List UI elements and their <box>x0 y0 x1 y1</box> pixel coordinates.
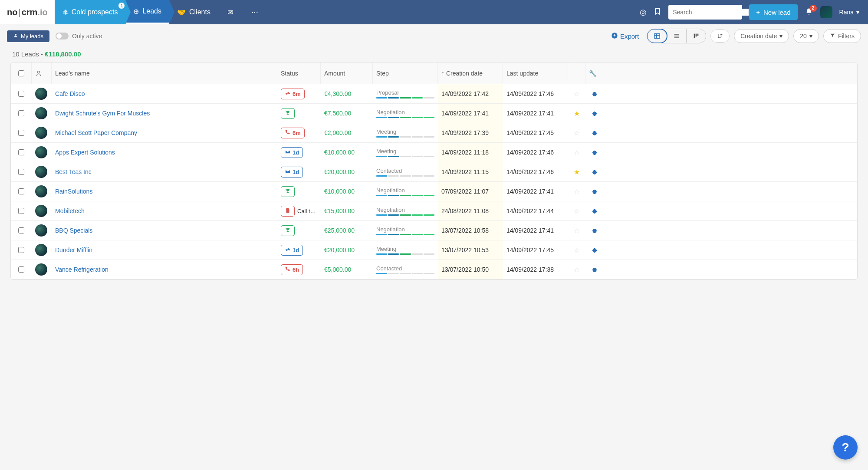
row-checkbox[interactable] <box>18 188 24 194</box>
table-row[interactable]: Cafe Disco 6m €4,300.00 Proposal 14/09/2… <box>11 84 857 104</box>
amount-column-header[interactable]: Amount <box>321 62 373 84</box>
lead-name-link[interactable]: Dunder Mifflin <box>52 247 277 253</box>
table-row[interactable]: Michael Scott Paper Company 6m €2,000.00… <box>11 123 857 143</box>
table-row[interactable]: BBQ Specials €25,000.00 Negotiation 13/0… <box>11 221 857 240</box>
row-select[interactable] <box>11 169 32 175</box>
row-checkbox[interactable] <box>18 130 24 136</box>
row-checkbox[interactable] <box>18 266 24 273</box>
lead-avatar[interactable] <box>35 224 47 237</box>
row-checkbox[interactable] <box>18 227 24 233</box>
lead-avatar[interactable] <box>35 166 47 178</box>
status-cell[interactable]: 6m <box>277 89 321 99</box>
lead-avatar[interactable] <box>35 263 47 276</box>
status-cell[interactable]: 6h <box>277 264 321 275</box>
row-settings-button[interactable] <box>585 227 603 234</box>
table-row[interactable]: Mobiletech Call to ... €15,000.00 Negoti… <box>11 201 857 221</box>
row-settings-button[interactable] <box>585 149 603 156</box>
star-button[interactable]: ☆ <box>568 187 585 196</box>
bookmark-icon[interactable] <box>654 7 661 17</box>
my-leads-button[interactable]: My leads <box>7 30 49 42</box>
table-row[interactable]: Apps Expert Solutions 1d €10,000.00 Meet… <box>11 143 857 162</box>
logo[interactable]: no|crm.io <box>0 0 55 24</box>
row-select[interactable] <box>11 149 32 155</box>
lead-name-link[interactable]: Dwight Schrute's Gym For Muscles <box>52 110 277 117</box>
select-all-checkbox[interactable] <box>18 70 24 76</box>
table-row[interactable]: Vance Refrigeration 6h €5,000.00 Contact… <box>11 260 857 279</box>
more-icon[interactable]: ⋯ <box>243 0 267 24</box>
table-row[interactable]: Dwight Schrute's Gym For Muscles €7,500.… <box>11 104 857 123</box>
row-settings-button[interactable] <box>585 110 603 117</box>
lead-name-link[interactable]: Best Teas Inc <box>52 168 277 175</box>
row-select[interactable] <box>11 266 32 273</box>
lead-name-link[interactable]: Michael Scott Paper Company <box>52 129 277 136</box>
lead-avatar[interactable] <box>35 127 47 139</box>
table-row[interactable]: Dunder Mifflin 1d €20,000.00 Meeting 13/… <box>11 240 857 260</box>
lead-name-link[interactable]: BBQ Specials <box>52 227 277 234</box>
row-settings-button[interactable] <box>585 168 603 175</box>
star-button[interactable]: ☆ <box>568 246 585 254</box>
row-select[interactable] <box>11 227 32 233</box>
lead-name-link[interactable]: RainSolutions <box>52 188 277 195</box>
row-select[interactable] <box>11 247 32 253</box>
view-kanban-button[interactable] <box>687 29 706 43</box>
status-cell[interactable]: 1d <box>277 167 321 177</box>
table-row[interactable]: RainSolutions €10,000.00 Negotiation 07/… <box>11 182 857 201</box>
star-button[interactable]: ★ <box>568 168 585 176</box>
row-select[interactable] <box>11 208 32 214</box>
export-button[interactable]: Export <box>611 32 639 40</box>
user-menu[interactable]: Rana ▾ <box>839 9 859 16</box>
star-button[interactable]: ★ <box>568 109 585 118</box>
sort-direction-button[interactable] <box>710 30 730 43</box>
status-cell[interactable]: Call to ... <box>277 206 321 217</box>
toggle-switch[interactable] <box>56 33 69 39</box>
star-button[interactable]: ☆ <box>568 90 585 98</box>
star-button[interactable]: ☆ <box>568 207 585 215</box>
status-cell[interactable] <box>277 225 321 236</box>
tab-leads[interactable]: ⊕ Leads <box>125 0 169 24</box>
only-active-toggle[interactable]: Only active <box>56 33 102 39</box>
star-button[interactable]: ☆ <box>568 227 585 235</box>
row-settings-button[interactable] <box>585 207 603 214</box>
status-cell[interactable] <box>277 186 321 197</box>
row-checkbox[interactable] <box>18 110 24 116</box>
row-checkbox[interactable] <box>18 247 24 253</box>
row-checkbox[interactable] <box>18 149 24 155</box>
row-checkbox[interactable] <box>18 91 24 97</box>
tab-cold-prospects[interactable]: ❄ Cold prospects 1 <box>55 0 126 24</box>
user-avatar[interactable] <box>820 6 832 18</box>
view-table-button[interactable] <box>647 29 667 43</box>
status-cell[interactable]: 1d <box>277 147 321 158</box>
search-box[interactable] <box>668 5 742 20</box>
star-button[interactable]: ☆ <box>568 148 585 157</box>
row-settings-button[interactable] <box>585 129 603 136</box>
row-settings-button[interactable] <box>585 247 603 253</box>
tab-clients[interactable]: 🤝 Clients <box>169 0 218 24</box>
lead-avatar[interactable] <box>35 185 47 197</box>
view-list-button[interactable] <box>667 29 687 43</box>
row-settings-button[interactable] <box>585 90 603 97</box>
status-cell[interactable] <box>277 108 321 119</box>
lead-avatar[interactable] <box>35 107 47 119</box>
select-all-header[interactable] <box>11 62 32 84</box>
row-select[interactable] <box>11 91 32 97</box>
creation-column-header[interactable]: ↑Creation date <box>438 62 503 84</box>
page-size-dropdown[interactable]: 20 ▾ <box>793 29 819 43</box>
step-column-header[interactable]: Step <box>373 62 438 84</box>
lead-avatar[interactable] <box>35 146 47 158</box>
sort-field-dropdown[interactable]: Creation date ▾ <box>734 29 789 43</box>
filters-button[interactable]: Filters <box>823 29 861 43</box>
notifications-icon[interactable]: 2 <box>805 7 813 17</box>
mail-icon[interactable]: ✉ <box>218 0 243 24</box>
status-cell[interactable]: 6m <box>277 128 321 138</box>
lead-name-link[interactable]: Mobiletech <box>52 207 277 214</box>
table-row[interactable]: Best Teas Inc 1d €20,000.00 Contacted 14… <box>11 162 857 182</box>
lead-avatar[interactable] <box>35 88 47 100</box>
row-settings-button[interactable] <box>585 188 603 195</box>
lead-name-link[interactable]: Vance Refrigeration <box>52 266 277 273</box>
row-select[interactable] <box>11 110 32 116</box>
search-input[interactable] <box>673 9 749 16</box>
lead-name-link[interactable]: Cafe Disco <box>52 90 277 97</box>
row-checkbox[interactable] <box>18 169 24 175</box>
row-select[interactable] <box>11 188 32 194</box>
lead-avatar[interactable] <box>35 205 47 217</box>
